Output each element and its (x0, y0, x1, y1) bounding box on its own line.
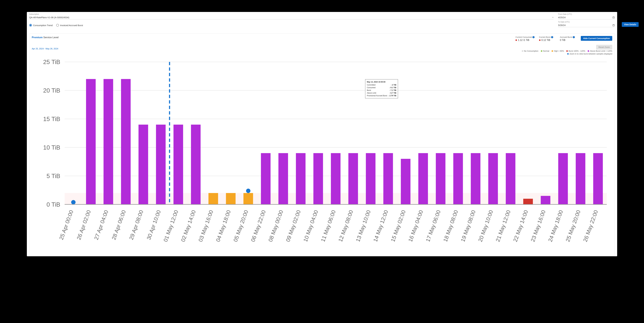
svg-text:16 May 04:00: 16 May 04:00 (407, 209, 424, 242)
calendar-icon (612, 16, 615, 19)
to-date-value: 5/26/24 (558, 24, 566, 27)
chart-bar[interactable] (558, 153, 568, 204)
hide-current-consumption-button[interactable]: Hide Current Consumption (581, 36, 612, 41)
info-icon[interactable]: i (573, 36, 575, 38)
chart-bar[interactable] (86, 79, 96, 204)
svg-text:5 TiB: 5 TiB (46, 173, 60, 179)
svg-text:19 May 08:00: 19 May 08:00 (460, 209, 477, 242)
current-consumed-label: Current Consumed (516, 36, 532, 38)
chart-bar[interactable] (156, 125, 166, 204)
svg-text:28 Apr 06:00: 28 Apr 06:00 (111, 209, 127, 241)
radio-invoiced-accrued[interactable]: Invoiced Accrued Burst (56, 24, 83, 27)
radio-selected-icon (29, 24, 32, 27)
current-burst-label: Current Burst (539, 36, 550, 38)
chart-bar[interactable] (191, 125, 201, 204)
radio-unselected-icon (56, 24, 59, 27)
chart-bar[interactable] (506, 153, 516, 204)
svg-text:25 Apr 00:00: 25 Apr 00:00 (58, 209, 74, 241)
svg-text:22 May 14:00: 22 May 14:00 (512, 209, 529, 242)
radio-consumption-trend[interactable]: Consumption Trend (29, 24, 53, 27)
chart-bar[interactable] (418, 153, 428, 204)
accrued-burst-label: Accrued Burst (560, 36, 572, 38)
svg-text:14 May 12:00: 14 May 12:00 (372, 209, 389, 242)
svg-text:09 May 02:00: 09 May 02:00 (285, 209, 302, 242)
subscription-dropdown[interactable]: QA-All-RatePlans-V1-06 (A-S00024534) ▼ (29, 16, 554, 20)
to-date-label: To Date (UTC) (558, 21, 615, 23)
from-date-input[interactable]: 4/25/24 (558, 16, 615, 20)
from-date-label: From Date (UTC) (558, 13, 615, 15)
tooltip-title: May 13, 2024 10:00:00 (367, 81, 396, 83)
svg-text:27 Apr 04:00: 27 Apr 04:00 (93, 209, 110, 241)
chart-bar[interactable] (208, 193, 218, 204)
radio-consumption-label: Consumption Trend (33, 24, 53, 27)
chart-bar[interactable] (436, 153, 446, 204)
chart-bar[interactable] (138, 125, 148, 204)
svg-text:29 Apr 08:00: 29 Apr 08:00 (128, 209, 144, 241)
current-consumed-value: 1.12 /1 TiB (518, 39, 529, 42)
chart-bar[interactable] (471, 153, 480, 204)
svg-text:25 TiB: 25 TiB (43, 59, 60, 65)
chart-bar[interactable] (296, 153, 306, 204)
svg-text:24 May 18:00: 24 May 18:00 (547, 209, 564, 242)
info-icon[interactable]: i (532, 36, 534, 38)
status-dot-icon (516, 39, 517, 41)
svg-text:11 May 06:00: 11 May 06:00 (320, 209, 337, 242)
chart-bar[interactable] (104, 79, 113, 204)
chart-bar[interactable] (261, 153, 271, 204)
zoom-dot-icon[interactable] (71, 200, 76, 204)
tooltip-row: Burst: 7.1 TiB (367, 89, 396, 92)
svg-text:26 May 22:00: 26 May 22:00 (582, 209, 599, 242)
view-details-button[interactable]: View Details (622, 22, 639, 27)
legend-dot-icon (522, 50, 523, 52)
tooltip-row: Consumed: 9.1 TiB (367, 86, 396, 89)
chart-bar[interactable] (453, 153, 463, 204)
legend-dot-icon (541, 50, 542, 52)
legend-zoom-hint: Zoom in to view burst between samples di… (570, 53, 612, 55)
legend-normal: Normal (543, 50, 549, 52)
chart-bar[interactable] (121, 79, 131, 204)
info-icon[interactable]: i (551, 36, 553, 38)
calendar-icon (612, 24, 615, 27)
zoom-dot-icon[interactable] (246, 189, 250, 193)
accrued-burst-value: 0 TiB (560, 39, 565, 42)
svg-text:03 May 16:00: 03 May 16:00 (197, 209, 214, 242)
svg-text:15 TiB: 15 TiB (43, 116, 60, 122)
chart-bar[interactable] (541, 196, 550, 204)
chart-bar[interactable] (278, 153, 288, 204)
top-controls: Subscription QA-All-RatePlans-V1-06 (A-S… (27, 12, 617, 31)
tooltip-row: Provisional Accrued Burst: 2.79 TiB (367, 94, 396, 97)
chart-bar[interactable] (244, 193, 253, 204)
chart-tooltip: May 13, 2024 10:00:00Committed: 2 TiBCon… (365, 79, 398, 98)
from-date-value: 4/25/24 (558, 16, 566, 19)
svg-text:17 May 06:00: 17 May 06:00 (425, 209, 442, 242)
chart-bar[interactable] (576, 153, 586, 204)
reset-zoom-button[interactable]: Reset Zoom (596, 45, 612, 50)
chart-bar[interactable] (488, 153, 498, 204)
legend-above-burst: Above Burst Limit > 120% (590, 50, 612, 52)
legend-dot-icon (588, 50, 589, 52)
chart-bar[interactable] (401, 159, 410, 204)
svg-text:05 May 20:00: 05 May 20:00 (232, 209, 250, 242)
chart-bar[interactable] (314, 153, 323, 204)
bar-chart[interactable]: 0 TiB5 TiB10 TiB15 TiB20 TiB25 TiB25 Apr… (32, 57, 612, 254)
svg-text:06 May 22:00: 06 May 22:00 (250, 209, 267, 242)
legend-no-consumption: No Consumption (524, 50, 538, 52)
chart-card: Premium Service Level Current Consumedi … (29, 34, 615, 256)
subscription-value: QA-All-RatePlans-V1-06 (A-S00024534) (29, 16, 69, 19)
svg-rect-0 (613, 17, 614, 18)
chart-bar[interactable] (383, 153, 393, 204)
svg-text:10 May 04:00: 10 May 04:00 (302, 209, 320, 242)
chart-bar[interactable] (366, 153, 376, 204)
svg-text:13 May 10:00: 13 May 10:00 (355, 209, 372, 242)
chart-area[interactable]: 0 TiB5 TiB10 TiB15 TiB20 TiB25 TiB25 Apr… (32, 57, 612, 254)
svg-text:0 TiB: 0 TiB (46, 201, 60, 208)
chart-bar[interactable] (226, 193, 236, 204)
chart-bar[interactable] (331, 153, 340, 204)
service-suffix: Service Level (43, 36, 58, 39)
chart-bar[interactable] (174, 125, 183, 204)
chart-bar[interactable] (593, 153, 603, 204)
svg-text:25 May 20:00: 25 May 20:00 (564, 209, 582, 242)
chart-bar[interactable] (523, 199, 533, 204)
chart-bar[interactable] (348, 153, 358, 204)
to-date-input[interactable]: 5/26/24 (558, 23, 615, 27)
